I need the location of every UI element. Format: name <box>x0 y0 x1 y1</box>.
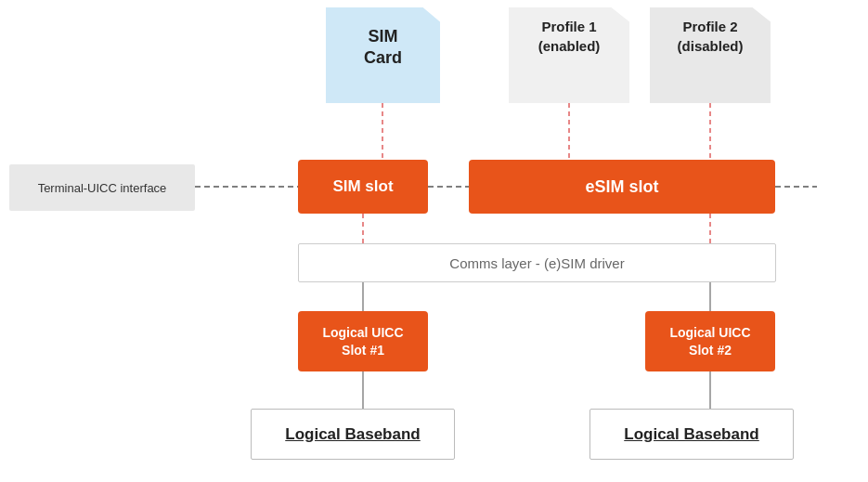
esim-slot-label: eSIM slot <box>585 177 658 197</box>
terminal-uicc-box: Terminal-UICC interface <box>9 164 195 211</box>
logical-baseband2-box: Logical Baseband <box>589 409 794 460</box>
logical-baseband1-box: Logical Baseband <box>251 409 455 460</box>
logical-uicc-slot1-label: Logical UICC Slot #1 <box>322 324 403 358</box>
logical-baseband2-label: Logical Baseband <box>624 425 758 444</box>
sim-card-label: SIM Card <box>326 26 440 70</box>
diagram: SIM Card Profile 1 (enabled) Profile 2 (… <box>0 0 868 482</box>
comms-layer-box: Comms layer - (e)SIM driver <box>298 243 776 282</box>
sim-slot-box: SIM slot <box>298 160 428 214</box>
comms-layer-label: Comms layer - (e)SIM driver <box>449 255 624 271</box>
sim-slot-label: SIM slot <box>332 177 393 196</box>
logical-uicc-slot1-box: Logical UICC Slot #1 <box>298 311 428 371</box>
terminal-uicc-label: Terminal-UICC interface <box>38 181 167 195</box>
esim-slot-box: eSIM slot <box>469 160 775 214</box>
logical-uicc-slot2-box: Logical UICC Slot #2 <box>645 311 775 371</box>
profile1-label: Profile 1 (enabled) <box>509 17 629 56</box>
profile2-label: Profile 2 (disabled) <box>650 17 771 56</box>
logical-uicc-slot2-label: Logical UICC Slot #2 <box>669 324 750 358</box>
logical-baseband1-label: Logical Baseband <box>285 425 420 444</box>
